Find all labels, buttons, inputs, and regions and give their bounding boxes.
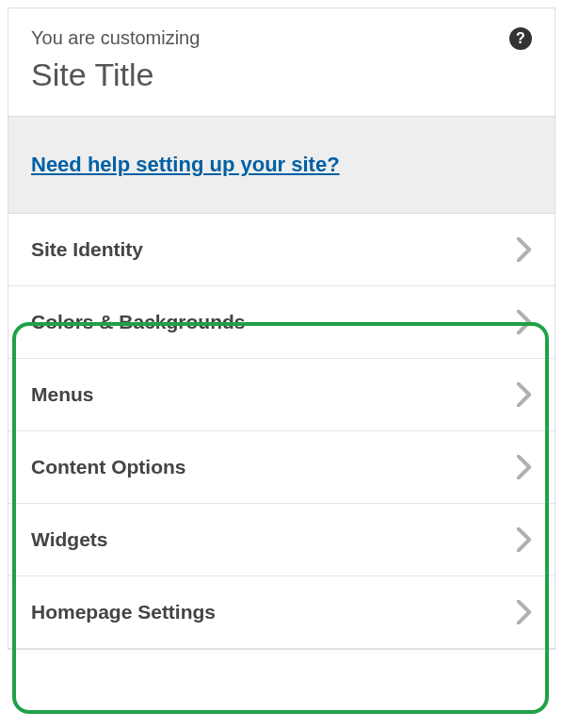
section-content-options[interactable]: Content Options: [8, 431, 555, 504]
section-label: Homepage Settings: [31, 601, 216, 623]
customizing-label: You are customizing: [31, 27, 532, 49]
chevron-right-icon: [517, 600, 532, 624]
section-label: Content Options: [31, 456, 185, 478]
panel-header: You are customizing Site Title ?: [8, 8, 555, 116]
section-colors-backgrounds[interactable]: Colors & Backgrounds: [8, 286, 555, 359]
chevron-right-icon: [517, 527, 532, 552]
chevron-right-icon: [517, 237, 532, 262]
help-icon[interactable]: ?: [509, 27, 532, 50]
chevron-right-icon: [517, 310, 532, 334]
section-widgets[interactable]: Widgets: [8, 504, 555, 576]
section-homepage-settings[interactable]: Homepage Settings: [8, 576, 555, 649]
chevron-right-icon: [517, 382, 532, 407]
section-label: Menus: [31, 383, 94, 406]
section-site-identity[interactable]: Site Identity: [8, 214, 555, 286]
site-title: Site Title: [31, 57, 532, 93]
section-menus[interactable]: Menus: [8, 359, 555, 431]
section-label: Site Identity: [31, 238, 143, 261]
help-link[interactable]: Need help setting up your site?: [31, 153, 340, 176]
customizer-panel: You are customizing Site Title ? Need he…: [8, 8, 555, 650]
chevron-right-icon: [517, 455, 532, 479]
section-label: Widgets: [31, 528, 107, 551]
help-banner: Need help setting up your site?: [8, 116, 555, 214]
help-icon-char: ?: [516, 30, 525, 47]
section-label: Colors & Backgrounds: [31, 311, 246, 333]
section-list: Site Identity Colors & Backgrounds Menus…: [8, 214, 555, 649]
